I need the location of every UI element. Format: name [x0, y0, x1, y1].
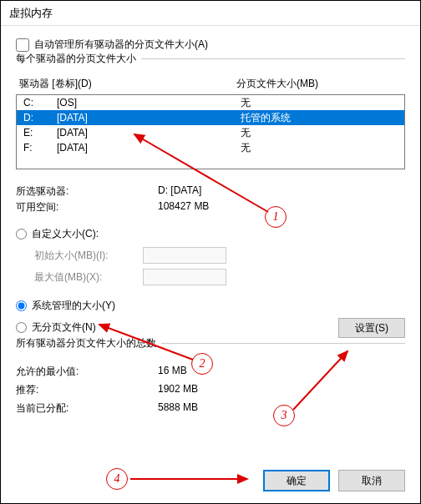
dialog-button-row: 确定 取消: [263, 470, 405, 491]
recommended-label: 推荐:: [16, 383, 158, 400]
drive-listbox[interactable]: C: [OS] 无 D: [DATA] 托管的系统 E: [DATA] 无 F:…: [16, 94, 405, 169]
set-button[interactable]: 设置(S): [338, 318, 405, 338]
ok-button[interactable]: 确定: [263, 470, 330, 491]
radio-system-label[interactable]: 系统管理的大小(Y): [32, 299, 115, 313]
auto-manage-checkbox[interactable]: [16, 38, 29, 52]
radio-none-label[interactable]: 无分页文件(N): [32, 320, 96, 335]
allocated-label: 当前已分配:: [16, 401, 158, 418]
radio-custom-size[interactable]: [16, 229, 27, 239]
column-size: 分页文件大小(MB): [220, 77, 402, 91]
auto-manage-row: 自动管理所有驱动器的分页文件大小(A): [16, 38, 405, 52]
selected-drive-label: 所选驱动器:: [16, 184, 158, 199]
available-space-label: 可用空间:: [16, 200, 158, 214]
drive-list-header: 驱动器 [卷标](D) 分页文件大小(MB): [16, 77, 405, 91]
recommended-value: 1902 MB: [158, 383, 405, 400]
initial-size-label: 初始大小(MB)(I):: [34, 249, 143, 263]
table-row[interactable]: C: [OS] 无: [17, 95, 404, 110]
annotation-circle-4: 4: [106, 468, 128, 490]
radio-system-managed[interactable]: [16, 300, 27, 311]
dialog-window: 虚拟内存 自动管理所有驱动器的分页文件大小(A) 每个驱动器的分页文件大小 驱动…: [0, 0, 421, 504]
table-row[interactable]: E: [DATA] 无: [17, 125, 404, 140]
cancel-button[interactable]: 取消: [338, 470, 405, 491]
table-row[interactable]: F: [DATA] 无: [17, 140, 404, 155]
section-label-totals: 所有驱动器分页文件大小的总数: [16, 336, 161, 350]
max-size-input: [143, 269, 226, 285]
section-label-drives: 每个驱动器的分页文件大小: [16, 52, 141, 66]
dialog-content: 自动管理所有驱动器的分页文件大小(A) 每个驱动器的分页文件大小 驱动器 [卷标…: [1, 26, 420, 503]
annotation-arrow-4: [126, 466, 260, 491]
max-size-label: 最大值(MB)(X):: [34, 270, 143, 285]
auto-manage-label[interactable]: 自动管理所有驱动器的分页文件大小(A): [34, 38, 208, 52]
radio-custom-label[interactable]: 自定义大小(C):: [32, 227, 99, 241]
radio-no-paging[interactable]: [16, 322, 27, 333]
column-drive: 驱动器 [卷标](D): [19, 77, 220, 91]
section-separator-drives: 每个驱动器的分页文件大小: [16, 58, 405, 73]
selected-drive-info: 所选驱动器: D: [DATA] 可用空间: 108427 MB: [16, 184, 405, 214]
available-space-value: 108427 MB: [158, 200, 405, 214]
min-allowed-label: 允许的最小值:: [16, 365, 158, 381]
initial-size-input: [143, 247, 226, 264]
table-row[interactable]: D: [DATA] 托管的系统: [17, 110, 404, 125]
totals-block: 允许的最小值: 16 MB 推荐: 1902 MB 当前已分配: 5888 MB: [16, 365, 405, 418]
section-separator-totals: 所有驱动器分页文件大小的总数: [16, 343, 405, 358]
allocated-value: 5888 MB: [158, 401, 405, 418]
window-title: 虚拟内存: [1, 1, 420, 26]
selected-drive-value: D: [DATA]: [158, 184, 405, 199]
min-allowed-value: 16 MB: [158, 365, 405, 381]
